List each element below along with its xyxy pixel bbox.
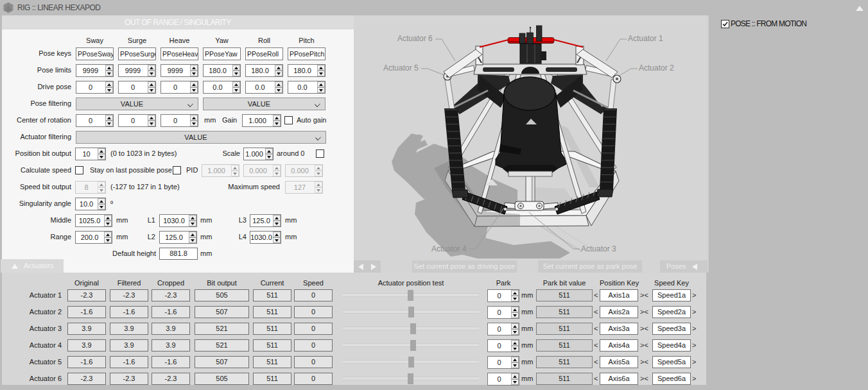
svg-text:Actuator 5: Actuator 5 [383, 64, 419, 72]
svg-text:Actuator 3: Actuator 3 [581, 244, 616, 253]
svg-text:Actuator 6: Actuator 6 [397, 34, 433, 43]
svg-text:Actuator 1: Actuator 1 [628, 34, 663, 43]
svg-text:Actuator 4: Actuator 4 [431, 244, 467, 253]
svg-text:Actuator 2: Actuator 2 [639, 64, 674, 72]
